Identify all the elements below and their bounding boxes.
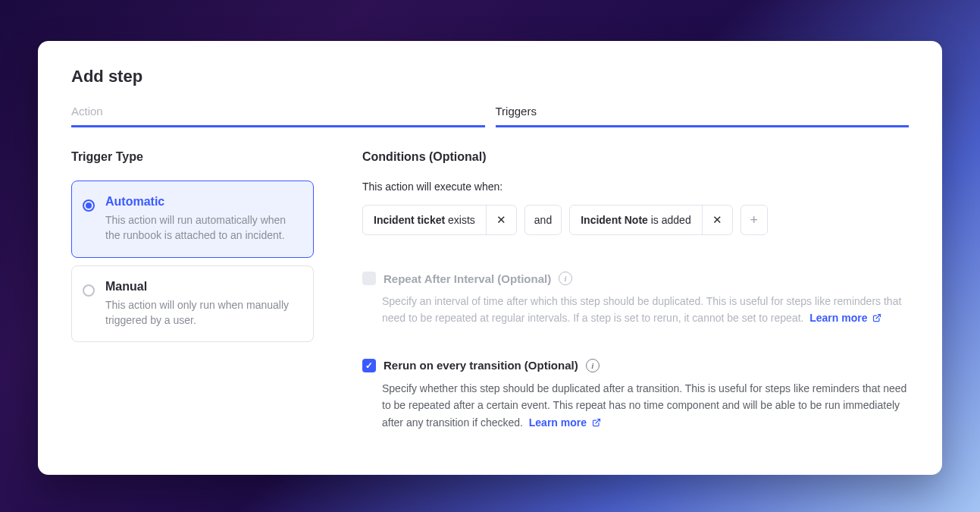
conditions-heading: Conditions (Optional) [362,150,909,164]
option-title-manual: Manual [105,280,299,294]
repeat-checkbox[interactable] [362,272,376,285]
condition-operator-and[interactable]: and [524,205,562,235]
repeat-description: Specify an interval of time after which … [382,293,909,327]
option-desc-automatic: This action will run automatically when … [105,212,299,243]
condition-chip-incident-note[interactable]: Incident Note is added ✕ [569,205,733,235]
tab-action[interactable]: Action [71,105,485,127]
trigger-option-manual[interactable]: Manual This action will only run when ma… [71,265,314,343]
condition-chip-incident-ticket[interactable]: Incident ticket exists ✕ [362,205,517,235]
repeat-after-interval-block: Repeat After Interval (Optional) i Speci… [362,272,909,327]
external-link-icon [592,418,601,427]
rerun-description: Specify whether this step should be dupl… [382,380,909,431]
remove-icon[interactable]: ✕ [702,206,732,234]
rerun-learn-more-link[interactable]: Learn more [529,416,601,429]
radio-icon [83,284,95,297]
rerun-label: Rerun on every transition (Optional) [384,359,578,372]
add-step-modal: Add step Action Triggers Trigger Type Au… [38,41,942,475]
info-icon[interactable]: i [559,272,572,285]
option-title-automatic: Automatic [105,195,299,209]
conditions-lead: This action will execute when: [362,181,909,193]
rerun-checkbox[interactable] [362,359,376,372]
repeat-learn-more-link[interactable]: Learn more [809,312,881,324]
chip-text: Incident ticket exists [363,214,486,226]
external-link-icon [872,313,881,322]
plus-icon: + [750,212,758,228]
add-condition-button[interactable]: + [740,205,768,235]
svg-line-0 [876,315,881,319]
radio-icon [83,199,95,212]
tab-bar: Action Triggers [71,105,909,127]
tab-triggers[interactable]: Triggers [496,105,910,127]
rerun-block: Rerun on every transition (Optional) i S… [362,359,909,431]
remove-icon[interactable]: ✕ [486,206,516,234]
svg-line-1 [596,419,600,423]
option-desc-manual: This action will only run when manually … [105,297,299,328]
trigger-option-automatic[interactable]: Automatic This action will run automatic… [71,181,314,258]
conditions-chips: Incident ticket exists ✕ and Incident No… [362,205,909,235]
chip-text: Incident Note is added [570,214,702,226]
trigger-type-heading: Trigger Type [71,150,314,164]
info-icon[interactable]: i [586,359,600,372]
repeat-label: Repeat After Interval (Optional) [384,272,551,285]
modal-title: Add step [71,67,909,86]
operator-text: and [525,214,561,226]
